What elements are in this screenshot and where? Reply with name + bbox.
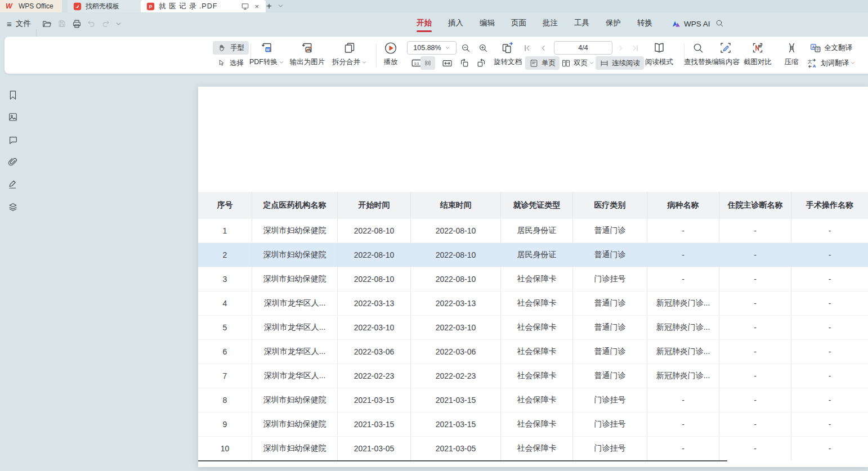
hand-tool-button[interactable]: 手型	[213, 41, 249, 55]
previous-page-button[interactable]	[536, 41, 551, 55]
continuous-reading-label: 连续阅读	[612, 59, 640, 68]
fit-page-button[interactable]	[437, 56, 457, 70]
first-page-button[interactable]	[520, 41, 534, 55]
find-replace-button[interactable]: 查找替换	[684, 41, 712, 67]
menu-search-icon[interactable]	[715, 19, 724, 28]
new-tab-button[interactable]: +	[262, 0, 276, 12]
zoom-level-value: 105.88%	[413, 44, 441, 52]
table-row: 10深圳市妇幼保健院2021-03-052021-03-05社会保障卡门诊挂号-…	[198, 436, 868, 460]
table-cell: -	[647, 388, 719, 412]
tab-list-chevron-icon[interactable]	[277, 2, 284, 10]
save-button[interactable]	[56, 19, 68, 29]
table-cell: 2022-08-10	[338, 243, 411, 267]
file-menu-button[interactable]: ≡ 文件	[7, 17, 31, 30]
monitor-icon[interactable]	[241, 2, 249, 11]
sidebar-thumbnails-button[interactable]	[6, 110, 20, 124]
last-page-button[interactable]	[628, 41, 642, 55]
sidebar-comments-button[interactable]	[6, 133, 20, 147]
next-page-button[interactable]	[613, 41, 628, 55]
rotate-right-button[interactable]	[472, 56, 491, 70]
zoom-in-button[interactable]	[476, 41, 490, 55]
menu-item-编辑[interactable]: 编辑	[480, 12, 495, 34]
menu-item-插入[interactable]: 插入	[448, 12, 463, 34]
sidebar-layers-button[interactable]	[6, 200, 20, 214]
table-cell: 2	[198, 243, 252, 267]
table-row: 6深圳市龙华区人...2022-03-062022-03-06社会保障卡普通门诊…	[198, 339, 868, 364]
wps-ai-label: WPS AI	[684, 20, 710, 28]
screenshot-compare-button[interactable]: 截图对比	[744, 41, 772, 67]
sidebar-bookmarks-button[interactable]	[6, 88, 20, 102]
table-cell: 2021-03-15	[411, 388, 501, 412]
pdf-convert-button[interactable]: W PDF转换	[249, 41, 284, 67]
window-tab-bar: W WPS Office 找稻壳模板 P 就 医 记 录 .PDF ×	[0, 0, 868, 12]
menu-item-保护[interactable]: 保护	[606, 12, 621, 34]
table-cell: 2022-03-10	[338, 316, 411, 339]
menu-items: 开始插入编辑页面批注工具保护转换	[417, 12, 652, 34]
chevron-right-icon	[617, 44, 624, 52]
compress-label: 压缩	[785, 57, 799, 67]
word-translate-button[interactable]: 文A 划词翻译	[806, 56, 856, 70]
full-translate-button[interactable]: A字 全文翻译	[809, 41, 852, 55]
svg-text:W: W	[266, 48, 270, 52]
menu-bar: ≡ 文件 开始插入编辑页面批注工具保护转换 WPS AI	[0, 12, 868, 35]
table-cell: -	[719, 316, 791, 339]
edit-content-button[interactable]: 编辑内容	[712, 41, 740, 67]
table-cell: -	[719, 412, 791, 436]
compress-button[interactable]: 压缩	[785, 41, 799, 67]
menu-item-页面[interactable]: 页面	[511, 12, 526, 34]
page-number-input[interactable]: 4/4	[554, 41, 612, 55]
paperclip-icon	[7, 157, 19, 168]
printer-icon	[71, 19, 82, 29]
svg-text:字: 字	[816, 47, 820, 51]
single-page-button[interactable]: 单页	[525, 56, 560, 70]
tab-wps-office[interactable]: W WPS Office	[0, 0, 62, 12]
single-page-label: 单页	[542, 59, 556, 68]
export-image-button[interactable]: 输出为图片	[290, 41, 325, 67]
play-button[interactable]: 播放	[384, 41, 398, 67]
table-cell: 2021-03-15	[338, 412, 411, 436]
table-cell: 门诊挂号	[573, 388, 647, 412]
sidebar-signature-button[interactable]	[6, 178, 20, 191]
document-page[interactable]: 序号定点医药机构名称开始时间结束时间就诊凭证类型医疗类别病种名称住院主诊断名称手…	[198, 87, 868, 467]
read-mode-button[interactable]: 阅读模式	[645, 41, 673, 67]
tab-docer-templates[interactable]: 找稻壳模板	[68, 0, 141, 12]
first-page-icon	[523, 44, 531, 52]
double-page-button[interactable]: 双页	[557, 56, 598, 70]
zoom-out-button[interactable]	[458, 41, 473, 55]
menu-item-批注[interactable]: 批注	[543, 12, 558, 34]
table-cell: 普通门诊	[573, 316, 647, 339]
split-merge-button[interactable]: 拆分合并	[332, 41, 367, 67]
sidebar-attachments-button[interactable]	[6, 156, 20, 169]
find-replace-label: 查找替换	[684, 57, 712, 67]
table-cell: 2022-08-10	[338, 267, 411, 291]
table-cell: 社会保障卡	[501, 364, 573, 388]
table-cell: 2021-03-15	[338, 388, 411, 412]
continuous-reading-button[interactable]: 连续阅读	[596, 56, 644, 70]
menu-item-转换[interactable]: 转换	[637, 12, 652, 34]
table-cell: 2022-03-10	[411, 316, 501, 339]
wps-ai-button[interactable]: WPS AI	[672, 17, 710, 30]
undo-button[interactable]	[85, 19, 97, 29]
table-cell: 社会保障卡	[501, 340, 573, 364]
table-cell: -	[719, 388, 791, 412]
rotate-left-button[interactable]	[455, 56, 474, 70]
open-file-button[interactable]	[41, 19, 53, 29]
zoom-level-select[interactable]: 105.88%	[407, 41, 457, 55]
close-tab-icon[interactable]: ×	[253, 2, 260, 11]
print-button[interactable]	[70, 19, 83, 29]
fit-width-button[interactable]	[420, 56, 435, 70]
menu-item-开始[interactable]: 开始	[417, 12, 432, 34]
column-header: 就诊凭证类型	[501, 192, 573, 218]
menu-item-工具[interactable]: 工具	[574, 12, 589, 34]
redo-button[interactable]	[100, 19, 112, 29]
select-tool-button[interactable]: 选择	[213, 56, 248, 70]
tab-document-active[interactable]: P 就 医 记 录 .PDF ×	[141, 0, 266, 12]
more-quick-commands-button[interactable]	[112, 19, 124, 29]
pdf-file-icon: P	[146, 2, 155, 11]
table-cell: 1	[198, 219, 252, 243]
table-cell: -	[719, 437, 791, 460]
rotate-document-button[interactable]: 旋转文档	[494, 41, 522, 67]
table-cell: -	[719, 291, 791, 315]
table-cell: 深圳市妇幼保健院	[252, 388, 338, 412]
column-header: 序号	[198, 192, 252, 218]
